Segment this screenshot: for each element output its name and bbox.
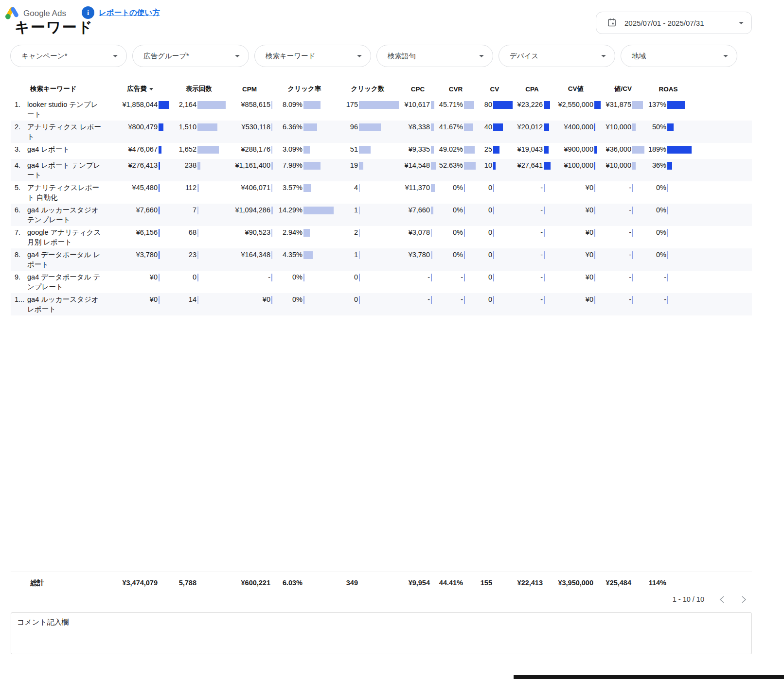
- metric-value: 137%: [645, 100, 666, 110]
- column-header[interactable]: 広告費: [108, 85, 172, 93]
- calendar-icon: [607, 17, 617, 29]
- date-range-picker[interactable]: 2025/07/01 - 2025/07/31: [596, 12, 752, 34]
- metric-value: 0: [476, 295, 492, 305]
- metric-bar: [544, 274, 545, 281]
- metric-value: 50%: [645, 122, 666, 132]
- column-header[interactable]: CPM: [226, 85, 273, 93]
- filter-search-term[interactable]: 検索語句: [376, 45, 493, 67]
- filter-device[interactable]: デバイス: [499, 45, 615, 67]
- metric-bar-zone: [196, 250, 226, 259]
- metric-bar-zone: [492, 100, 514, 109]
- metric-value: -: [514, 250, 543, 260]
- comment-label: コメント記入欄: [17, 618, 69, 626]
- metric-value: 0: [476, 250, 492, 260]
- metric-bar: [303, 162, 321, 170]
- metric-value: 19: [336, 161, 358, 171]
- metric-value: 2: [336, 228, 358, 238]
- table-body: 1.looker studio テンプレート¥1,858,0442,164¥85…: [11, 98, 752, 315]
- total-value: 5,788: [172, 578, 196, 588]
- metric-value: 238: [172, 161, 196, 171]
- metric-value: ¥14,548: [400, 161, 430, 171]
- metric-value: 7: [172, 206, 196, 215]
- metric-bar-zone: [631, 100, 645, 109]
- table-row: 3.ga4 レポート¥476,0671,652¥288,1763.09%51¥9…: [11, 143, 752, 159]
- metric-bar: [359, 229, 360, 237]
- metric-value: 2.94%: [273, 228, 303, 238]
- metric-bar: [464, 101, 474, 109]
- column-header-keyword[interactable]: 検索キーワード: [27, 85, 108, 93]
- page-title: キーワード: [15, 17, 93, 37]
- metric-value: ¥0: [551, 228, 593, 238]
- column-header[interactable]: 値/CV: [601, 85, 645, 93]
- metric-value: ¥7,660: [400, 206, 430, 215]
- metric-bar: [271, 207, 273, 214]
- metric-value: 8.09%: [273, 100, 303, 110]
- metric-value: 4: [336, 183, 358, 193]
- metric-bar-zone: [358, 273, 400, 281]
- column-header[interactable]: CV値: [551, 85, 601, 93]
- total-label: 総計: [27, 578, 108, 588]
- filter-campaign[interactable]: キャンペーン*: [10, 45, 127, 67]
- metric-bar: [159, 162, 160, 170]
- next-page-button[interactable]: [739, 595, 748, 604]
- metric-value: 112: [172, 183, 196, 193]
- metric-bar-zone: [593, 145, 601, 154]
- column-header[interactable]: クリック率: [273, 85, 336, 93]
- column-header[interactable]: CV: [476, 85, 514, 93]
- metric-value: -: [645, 295, 666, 305]
- row-index: 3.: [11, 145, 27, 155]
- date-range-value: 2025/07/01 - 2025/07/31: [624, 19, 704, 27]
- column-header[interactable]: CVR: [436, 85, 476, 93]
- metric-value: ¥27,641: [514, 161, 543, 171]
- metric-bar: [197, 123, 217, 131]
- metric-bar: [359, 251, 360, 259]
- column-header[interactable]: クリック数: [336, 85, 400, 93]
- metric-bar: [667, 162, 672, 170]
- metric-value: ¥20,012: [514, 122, 543, 132]
- prev-page-button[interactable]: [717, 595, 726, 604]
- metric-bar-zone: [358, 206, 400, 214]
- metric-value: -: [514, 228, 543, 238]
- filter-search-keyword[interactable]: 検索キーワード: [254, 45, 371, 67]
- metric-value: ¥400,000: [551, 122, 593, 132]
- metric-bar: [464, 146, 475, 154]
- metric-value: ¥31,875: [601, 100, 631, 110]
- column-header[interactable]: 表示回数: [172, 85, 226, 93]
- total-value: ¥600,221: [226, 578, 270, 588]
- metric-bar-zone: [463, 273, 476, 281]
- table-row: 4.ga4 レポート テンプレート¥276,413238¥1,161,4007.…: [11, 159, 752, 181]
- metric-value: 0: [172, 273, 196, 282]
- column-header[interactable]: ROAS: [645, 85, 692, 93]
- metric-value: 40: [476, 122, 492, 132]
- filter-ad-group[interactable]: 広告グループ*: [132, 45, 249, 67]
- metric-bar-zone: [631, 145, 645, 154]
- filter-label: 地域: [632, 52, 646, 61]
- metric-bar: [271, 229, 272, 237]
- metric-value: 4.35%: [273, 250, 303, 260]
- metric-bar-zone: [430, 100, 436, 109]
- column-header[interactable]: CPC: [400, 85, 436, 93]
- metric-value: -: [514, 183, 543, 193]
- metric-bar: [667, 296, 668, 304]
- filter-region[interactable]: 地域: [621, 45, 737, 67]
- metric-value: 41.67%: [436, 122, 463, 132]
- metric-bar-zone: [158, 100, 172, 109]
- metric-value: 51: [336, 145, 358, 155]
- filter-label: 検索語句: [388, 52, 416, 61]
- metric-bar-zone: [593, 161, 601, 170]
- metric-bar-zone: [666, 250, 692, 259]
- total-value: ¥25,484: [601, 578, 631, 588]
- metric-bar: [271, 146, 272, 154]
- metric-bar-zone: [158, 161, 172, 170]
- comment-input[interactable]: コメント記入欄: [11, 612, 752, 654]
- metric-bar: [493, 146, 499, 154]
- metric-bar: [632, 101, 643, 109]
- metric-bar-zone: [543, 273, 551, 281]
- table-row: 5.アナリティクスレポート 自動化¥45,480112¥406,0713.57%…: [11, 181, 752, 204]
- metric-bar: [464, 207, 465, 214]
- help-link[interactable]: レポートの使い方: [99, 8, 160, 18]
- metric-bar-zone: [543, 183, 551, 192]
- metric-value: -: [601, 183, 631, 193]
- column-header[interactable]: CPA: [514, 85, 551, 93]
- table-row: 1.looker studio テンプレート¥1,858,0442,164¥85…: [11, 98, 752, 121]
